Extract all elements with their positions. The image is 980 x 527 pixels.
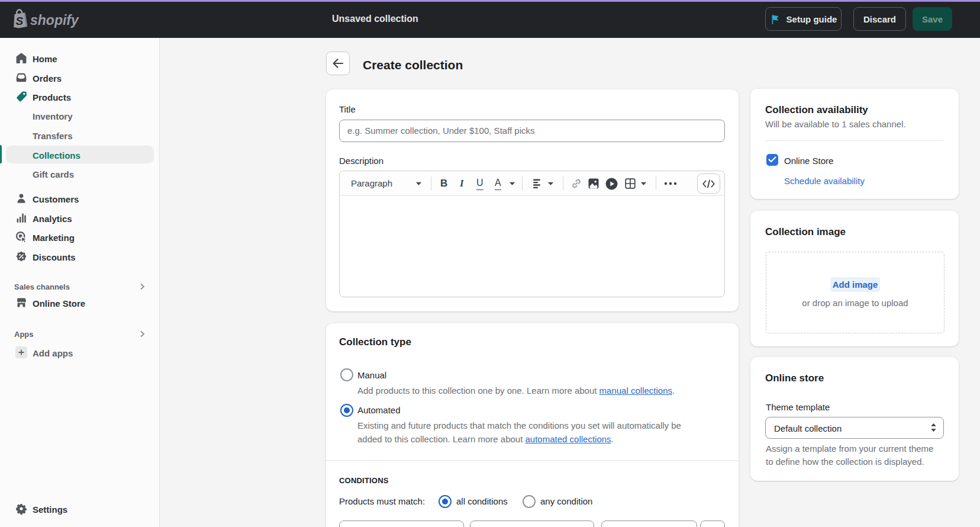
svg-text:S: S [16,15,24,27]
